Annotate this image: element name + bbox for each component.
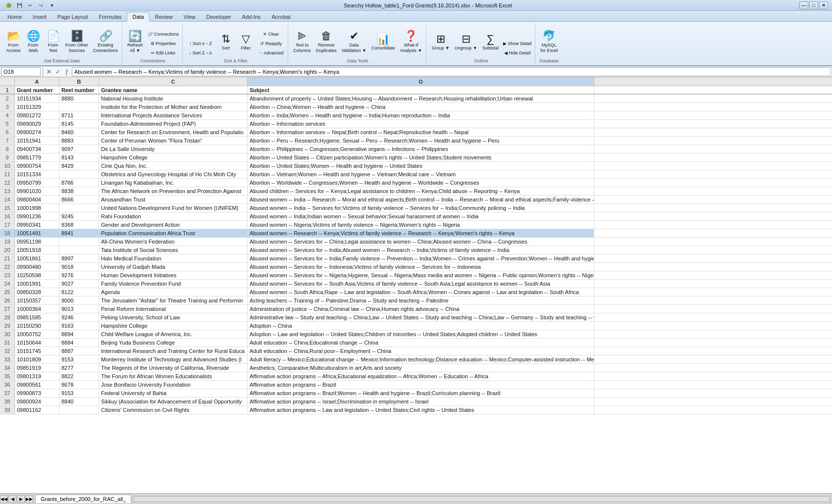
cell-a-29[interactable]: 10150290 [15,322,59,330]
cell-c-37[interactable]: Federal University of Bahia [99,389,248,397]
cell-o-22[interactable]: Abused women -- Services for -- Indonesi… [248,263,594,271]
cell-o-33[interactable]: Adult literacy -- Mexico;Educational cha… [248,355,594,363]
cell-o-27[interactable]: Administration of justice -- China;Crimi… [248,305,594,313]
tab-insert[interactable]: Insert [27,12,52,21]
from-access-btn[interactable]: 📂 FromAccess [4,27,23,57]
horizontal-scrollbar[interactable] [133,496,830,502]
mysql-for-excel-btn[interactable]: 🐬 MySQLfor Excel [538,27,560,57]
cell-o-19[interactable]: Abused women -- Services for -- China;Le… [248,238,594,246]
cell-b-12[interactable]: 8766 [59,179,99,187]
cell-a-16[interactable]: 09901236 [15,212,59,220]
cell-c-13[interactable]: The African Network on Prevention and Pr… [99,187,248,195]
cell-a-30[interactable]: 10050752 [15,330,59,338]
cell-c-38[interactable]: Sikkuy (Association for Advancement of E… [99,398,248,405]
sheet-next-btn[interactable]: ▶ [17,495,25,503]
what-if-btn[interactable]: ❓ What-IfAnalysis ▼ [398,27,424,57]
cell-c-16[interactable]: Rahi Foundation [99,212,248,220]
cell-b-8[interactable]: 9097 [59,145,99,153]
cell-o-28[interactable]: Administrative law -- Study and teaching… [248,313,594,321]
cell-c-17[interactable]: Gender and Development Action [99,221,248,229]
cell-a-3[interactable]: 10151329 [15,103,59,111]
cell-c-4[interactable]: International Projects Assistance Servic… [99,111,248,119]
cell-o-35[interactable]: Affirmative action programs -- Africa;Ed… [248,372,594,380]
cell-c-21[interactable]: Halo Medical Foundation [99,254,248,262]
text-to-columns-btn[interactable]: ⫸ Text toColumns [291,27,313,57]
cell-a-5[interactable]: 09890029 [15,120,59,128]
cell-c-14[interactable]: Anusandhan Trust [99,196,248,203]
cell-b-36[interactable]: 8678 [59,381,99,389]
col-header-o[interactable]: O [248,77,594,86]
table-body[interactable]: A B C O 1 Grant number Reel number Grant… [0,77,832,493]
cell-c-39[interactable]: Citizens' Commission on Civil Rights [99,406,248,414]
cell-c-2[interactable]: National Housing Institute [99,95,248,102]
cell-o-18[interactable]: Abused women -- Research -- Kenya;Victim… [248,229,594,237]
sheet-last-btn[interactable]: ▶▶ [25,495,33,503]
cell-o-26[interactable]: Acting teachers -- Training of -- Palest… [248,297,594,304]
cell-c-31[interactable]: Beijing Yuda Business College [99,339,248,347]
cell-a-26[interactable]: 10150357 [15,297,59,304]
cell-o-6[interactable]: Abortion -- Information services -- Nepa… [248,128,594,136]
cell-b-38[interactable]: 8840 [59,398,99,405]
cell-o-12[interactable]: Abortion -- Worldwide -- Congresses;Wome… [248,179,594,187]
cell-c-34[interactable]: The Regents of the University of Califor… [99,364,248,372]
quick-access-dropdown[interactable]: ▼ [48,1,56,10]
cell-c-20[interactable]: Tata Institute of Social Sciences [99,246,248,254]
cell-b-19[interactable] [59,238,99,246]
cell-c-33[interactable]: Monterrey Institute of Technology and Ad… [99,355,248,363]
tab-view[interactable]: View [178,12,201,21]
reapply-btn[interactable]: ↺ Reapply [256,39,286,48]
cell-a-18[interactable]: 10051491 [15,229,59,237]
formula-input[interactable] [72,67,831,76]
cell-c-19[interactable]: All-China Women's Federation [99,238,248,246]
header-cell-b[interactable]: Reel number [59,86,99,94]
cell-a-7[interactable]: 10151941 [15,137,59,145]
cell-o-34[interactable]: Aesthetics, Comparative;Multiculturalism… [248,364,594,372]
cell-c-15[interactable]: United Nations Development Fund for Wome… [99,204,248,212]
cell-b-9[interactable]: 8143 [59,153,99,161]
cell-c-32[interactable]: International Research and Training Cent… [99,347,248,355]
advanced-btn[interactable]: ⋯ Advanced [256,49,286,57]
cell-b-24[interactable]: 9027 [59,280,99,288]
cell-b-4[interactable]: 8711 [59,111,99,119]
cell-a-11[interactable]: 10151334 [15,170,59,178]
cell-o-8[interactable]: Abortion -- Philippines -- Congresses;Ge… [248,145,594,153]
cell-a-14[interactable]: 09800404 [15,196,59,203]
col-header-c[interactable]: C [99,77,248,86]
cell-b-32[interactable]: 8887 [59,347,99,355]
cell-o-39[interactable]: Affirmative action programs -- Law and l… [248,406,594,414]
remove-duplicates-btn[interactable]: 🗑 RemoveDuplicates [314,27,339,57]
cell-c-36[interactable]: Jose Bonifacio University Foundation [99,381,248,389]
header-cell-c[interactable]: Grantee name [99,86,248,94]
cell-b-30[interactable]: 8894 [59,330,99,338]
sheet-tab-grants[interactable]: Grants_before_2000_for_RAC_all_ [35,495,131,503]
cell-b-29[interactable]: 9163 [59,322,99,330]
cell-b-7[interactable]: 8883 [59,137,99,145]
cell-a-28[interactable]: 09851585 [15,313,59,321]
cell-o-31[interactable]: Adult education -- China;Educational cha… [248,339,594,347]
cell-b-22[interactable]: 9018 [59,263,99,271]
cell-c-28[interactable]: Peking University, School of Law [99,313,248,321]
cell-c-26[interactable]: The Jerusalem "Ashtar" for Theatre Train… [99,297,248,304]
cell-o-37[interactable]: Affirmative action programs -- Brazil;Wo… [248,389,594,397]
cell-c-25[interactable]: Agenda [99,288,248,296]
cell-b-14[interactable]: 8666 [59,196,99,203]
cell-a-10[interactable]: 09900754 [15,162,59,170]
redo-quick-btn[interactable]: ↪ [37,1,46,10]
cell-b-28[interactable]: 9246 [59,313,99,321]
cell-b-10[interactable]: 8429 [59,162,99,170]
edit-links-btn[interactable]: ✏ Edit Links [146,49,181,57]
undo-quick-btn[interactable]: ↩ [26,1,35,10]
col-header-a[interactable]: A [15,77,59,86]
cell-b-18[interactable]: 8941 [59,229,99,237]
cell-o-36[interactable]: Affirmative action programs -- Brazil [248,381,594,389]
cell-b-2[interactable]: 8880 [59,95,99,102]
col-header-b[interactable]: B [59,77,99,86]
cell-c-11[interactable]: Obstetrics and Gynecology Hospital of Ho… [99,170,248,178]
sheet-prev-btn[interactable]: ◀ [8,495,16,503]
cell-o-7[interactable]: Abortion -- Peru -- Research;Hygiene, Se… [248,137,594,145]
cell-b-39[interactable] [59,406,99,414]
cell-a-21[interactable]: 10051861 [15,254,59,262]
tab-developer[interactable]: Developer [201,12,236,21]
cell-o-2[interactable]: Abandonment of property -- United States… [248,95,594,102]
filter-btn[interactable]: ▽ Filter [236,27,255,57]
